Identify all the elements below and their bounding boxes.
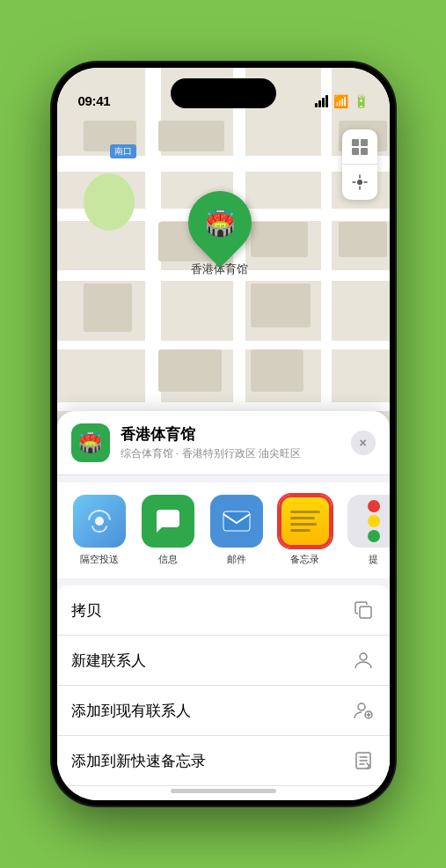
mail-label: 邮件 [227, 553, 246, 566]
stadium-icon: 🏟️ [204, 209, 235, 238]
printer-icon [351, 798, 376, 800]
svg-point-9 [360, 653, 367, 660]
notes-icon-box[interactable] [279, 495, 332, 548]
venue-info: 香港体育馆 综合体育馆 · 香港特别行政区 油尖旺区 [121, 424, 340, 461]
airdrop-icon-box[interactable] [73, 495, 126, 548]
map-type-button[interactable] [342, 129, 377, 165]
messages-label: 信息 [158, 553, 178, 566]
notes-label: 备忘录 [290, 553, 319, 566]
share-item-airdrop[interactable]: 隔空投送 [71, 495, 128, 566]
phone-frame: 09:41 📶 🔋 [52, 63, 395, 805]
copy-icon [351, 598, 376, 622]
share-item-more[interactable]: 提 [346, 495, 390, 566]
venue-name: 香港体育馆 [121, 424, 340, 445]
svg-rect-0 [352, 139, 359, 146]
messages-icon-box[interactable] [142, 495, 194, 548]
share-item-messages[interactable]: 信息 [140, 495, 196, 566]
svg-point-5 [95, 517, 104, 526]
share-row: 隔空投送 信息 [57, 482, 390, 578]
venue-icon: 🏟️ [71, 423, 110, 462]
mail-icon-box[interactable] [210, 495, 263, 548]
more-icon-box[interactable] [347, 495, 390, 548]
svg-rect-6 [223, 511, 250, 531]
action-new-contact[interactable]: 新建联系人 [57, 636, 390, 686]
svg-rect-8 [360, 607, 371, 618]
status-time: 09:41 [78, 93, 111, 108]
wifi-icon: 📶 [333, 94, 348, 108]
action-add-existing-label: 添加到现有联系人 [71, 701, 191, 721]
action-copy-label: 拷贝 [71, 600, 101, 621]
map-controls[interactable] [342, 129, 377, 200]
svg-rect-2 [352, 148, 359, 155]
phone-screen: 09:41 📶 🔋 [57, 68, 390, 800]
action-new-contact-label: 新建联系人 [71, 651, 146, 671]
venue-pin: 🏟️ 香港体育馆 [188, 191, 252, 277]
svg-rect-1 [361, 139, 368, 146]
venue-card: 🏟️ 香港体育馆 综合体育馆 · 香港特别行政区 油尖旺区 × [57, 411, 390, 475]
share-item-notes[interactable]: 备忘录 [277, 495, 333, 566]
status-icons: 📶 🔋 [315, 94, 369, 108]
airdrop-label: 隔空投送 [80, 553, 119, 566]
action-copy[interactable]: 拷贝 [57, 585, 390, 636]
action-add-existing[interactable]: 添加到现有联系人 [57, 686, 390, 736]
person-icon [351, 648, 376, 673]
venue-subtitle: 综合体育馆 · 香港特别行政区 油尖旺区 [121, 446, 340, 461]
close-button[interactable]: × [351, 430, 376, 455]
svg-point-4 [357, 180, 362, 185]
road-label: 南口 [110, 144, 136, 158]
bottom-sheet: 🏟️ 香港体育馆 综合体育馆 · 香港特别行政区 油尖旺区 × [57, 411, 390, 800]
share-item-mail[interactable]: 邮件 [208, 495, 265, 566]
dynamic-island [171, 78, 276, 108]
battery-icon: 🔋 [354, 94, 369, 108]
person-add-icon [351, 698, 376, 723]
action-add-note-label: 添加到新快速备忘录 [71, 751, 206, 771]
map-area[interactable]: 南口 [57, 68, 390, 455]
location-button[interactable] [342, 165, 377, 200]
home-indicator [171, 789, 276, 793]
action-list: 拷贝 新建联系人 [57, 585, 390, 800]
quick-note-icon [351, 748, 376, 773]
pin-circle: 🏟️ [175, 178, 265, 268]
more-label: 提 [369, 553, 378, 566]
signal-icon [315, 95, 328, 107]
notes-lines-icon [290, 511, 320, 532]
action-add-note[interactable]: 添加到新快速备忘录 [57, 736, 390, 786]
svg-rect-3 [361, 148, 368, 155]
svg-point-10 [358, 703, 365, 710]
